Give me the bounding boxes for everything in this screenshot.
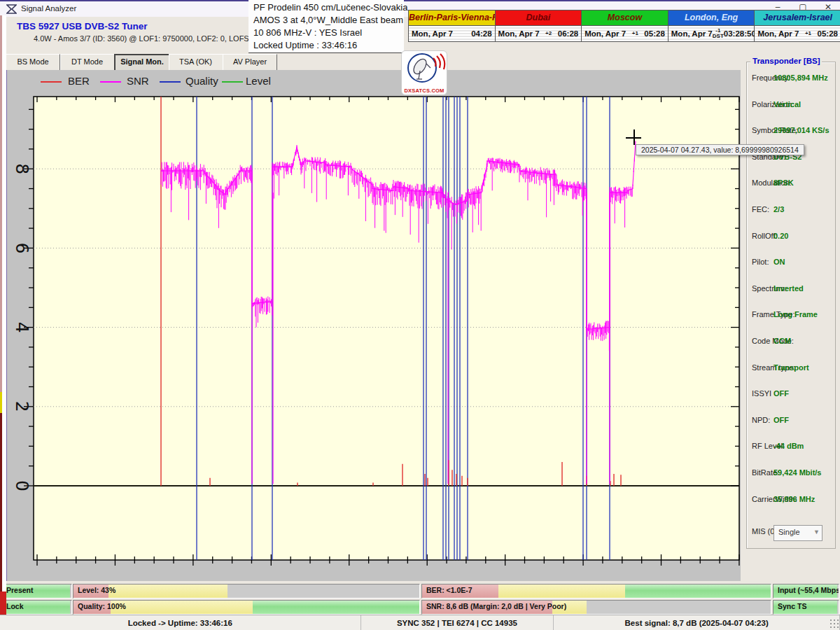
site-info-line: AMOS 3 at 4,0°W_Middle East beam <box>253 15 403 25</box>
bar-label: BER: <1.0E-7 <box>426 586 472 594</box>
legend-label-quality: Quality <box>186 75 218 87</box>
signal-analyzer-window: Signal Analyzer – ▢ ✕ TBS 5927 USB DVB-S… <box>0 0 840 630</box>
indicator-snr: SNR: 8,6 dB (Margin: 2,0 dB | Very Poor) <box>421 600 771 615</box>
clock-moscow: MoscowMon, Apr 7+105:28 <box>582 10 668 41</box>
tp-label-5: FEC: <box>752 205 769 214</box>
legend-swatch-quality <box>160 81 181 83</box>
logo-text: DXSATCS.COM <box>402 88 447 94</box>
clock-time: Mon, Apr 7+206:28 <box>496 26 582 41</box>
signal-chart[interactable]: 02468 <box>14 91 745 575</box>
bar-segment-gray <box>587 601 771 614</box>
clock-jerusalem-israel: Jerusalem-IsraelMon, Apr 7+105:28 <box>755 10 840 41</box>
satellite-dish-icon <box>402 51 446 85</box>
tp-value-1: Vertical <box>774 100 801 108</box>
world-clocks: Berlin-Paris-Vienna-RomaMon, Apr 7 04:28… <box>408 10 840 42</box>
bar-segment-yellow <box>111 601 253 614</box>
clock-city-label: Berlin-Paris-Vienna-Roma <box>409 10 495 26</box>
window-title: Signal Analyzer <box>21 4 76 13</box>
clock-berlin-paris-vienna-roma: Berlin-Paris-Vienna-RomaMon, Apr 7 04:28 <box>409 10 496 41</box>
site-info-line: 10 806 MHz-V : YES Israel <box>253 27 362 38</box>
indicator-present: Present <box>1 584 72 598</box>
clock-city-label: London, Eng <box>668 10 755 26</box>
edge-strip-red <box>0 592 6 615</box>
tp-value-10: CCM <box>774 337 791 345</box>
legend-label-snr: SNR <box>127 75 149 87</box>
bar-label: SNR: 8,6 dB (Margin: 2,0 dB | Very Poor) <box>426 602 566 610</box>
tp-value-5: 2/3 <box>774 205 784 214</box>
indicator-quality: Quality: 100% <box>73 600 420 615</box>
bar-segment-green <box>625 584 771 598</box>
clock-time: Mon, Apr 7+105:28 <box>582 26 668 41</box>
statusbar-segment-2: Best signal: 8,7 dB (2025-04-07 04:23) <box>554 615 840 630</box>
clock-time: Mon, Apr 7+105:28 <box>755 26 840 41</box>
mis-dropdown[interactable]: Single ▼ <box>774 525 822 541</box>
indicator-input-55-4-mbps-: Input (~55,4 Mbps) <box>773 584 839 598</box>
y-axis-label-6: 6 <box>14 242 32 253</box>
tp-value-9: Long Frame <box>774 310 818 318</box>
transponder-title: Transponder [BS] <box>750 57 822 65</box>
statusbar-segment-0: Locked -> Uptime: 33:46:16 <box>0 615 361 630</box>
tp-value-2: 29997,014 KS/s <box>774 126 830 134</box>
tab-av-player[interactable]: AV Player <box>223 54 277 71</box>
resize-grip[interactable] <box>830 619 839 628</box>
bar-label: Input (~55,4 Mbps) <box>778 586 839 594</box>
tp-value-0: 10805,894 MHz <box>774 74 828 82</box>
legend-label-ber: BER <box>68 75 90 87</box>
tp-value-6: 0.20 <box>774 232 788 240</box>
tab-tsa-ok-[interactable]: TSA (OK) <box>169 54 223 71</box>
value-tooltip: 2025-04-07 04.27.43, value: 8,6999998092… <box>636 144 804 155</box>
bar-label: Present <box>6 586 34 594</box>
tp-value-15: 59,424 Mbit/s <box>774 468 821 477</box>
bar-segment-yellow <box>498 584 625 598</box>
tp-value-8: Inverted <box>774 284 804 293</box>
site-info-line: PF Prodelin 450 cm/Lučenec-Slovakia <box>253 2 407 13</box>
legend-swatch-ber <box>41 81 62 83</box>
bar-segment-gray <box>227 584 419 598</box>
clock-city-label: Jerusalem-Israel <box>755 10 840 26</box>
tp-value-12: OFF <box>774 389 789 398</box>
site-info-block: PF Prodelin 450 cm/Lučenec-SlovakiaAMOS … <box>248 0 404 53</box>
clock-city-label: Moscow <box>582 10 668 26</box>
legend-label-level: Level <box>246 75 271 87</box>
bar-segment-yellow <box>108 584 227 598</box>
edge-line-purple <box>6 70 7 581</box>
site-info-line: Locked Uptime : 33:46:16 <box>253 40 357 50</box>
bar-segment-green <box>253 601 419 614</box>
y-axis-label-0: 0 <box>14 480 32 491</box>
bar-label: Lock <box>6 602 24 610</box>
y-axis-label-8: 8 <box>14 163 32 174</box>
tp-label-13: NPD: <box>752 416 770 424</box>
chevron-down-icon: ▼ <box>813 526 820 539</box>
tp-value-4: 8PSK <box>774 178 794 187</box>
clock-time: Mon, Apr 7 04:28 <box>409 26 495 41</box>
legend-swatch-level <box>222 81 243 83</box>
clock-london-eng: London, EngMon, Apr 7-1DST03:28:50 <box>668 10 755 41</box>
tp-label-12: ISSYI <box>752 389 771 398</box>
indicator-sync-ts: Sync TS <box>773 600 839 615</box>
legend-swatch-snr <box>100 81 121 83</box>
statusbar-segment-1: SYNC 352 | TEI 6274 | CC 14935 <box>361 615 554 630</box>
tab-bs-mode[interactable]: BS Mode <box>6 54 60 71</box>
indicator-ber: BER: <1.0E-7 <box>421 584 771 598</box>
tp-value-11: Transport <box>774 363 809 372</box>
bar-label: Sync TS <box>778 602 806 610</box>
bar-label: Quality: 100% <box>78 602 126 610</box>
indicator-level: Level: 43% <box>73 584 420 598</box>
clock-city-label: Dubai <box>496 10 582 26</box>
status-bar: Locked -> Uptime: 33:46:16SYNC 352 | TEI… <box>0 615 840 630</box>
y-axis-label-4: 4 <box>14 322 32 333</box>
bar-label: Level: 43% <box>78 586 115 594</box>
crosshair-cursor-v <box>634 130 635 145</box>
tab-dt-mode[interactable]: DT Mode <box>60 54 115 71</box>
tuner-subtitle: 4.0W - Amos 3/7 (ID: 3560) @ LOF1: 97500… <box>34 34 265 43</box>
app-icon <box>6 4 17 14</box>
tuner-title: TBS 5927 USB DVB-S2 Tuner <box>17 21 148 31</box>
y-axis-label-2: 2 <box>14 401 32 412</box>
tp-value-7: ON <box>774 258 785 266</box>
dxsatcs-logo: DXSATCS.COM <box>401 50 447 95</box>
tp-value-13: OFF <box>774 416 789 424</box>
tp-value-16: 35,996 MHz <box>774 495 815 503</box>
indicator-lock: Lock <box>1 600 72 615</box>
mis-selected-value: Single <box>778 528 800 536</box>
tp-value-14: -44 dBm <box>774 442 804 450</box>
